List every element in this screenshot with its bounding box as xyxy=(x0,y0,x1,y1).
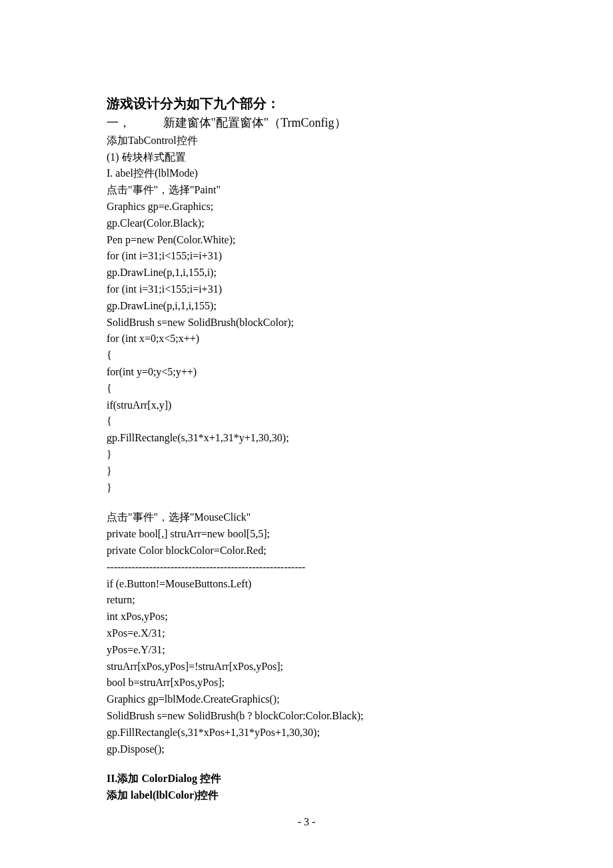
text-line: 添加 label(lblColor)控件 xyxy=(107,787,506,804)
code-line: return; xyxy=(107,592,506,609)
code-line: gp.Dispose(); xyxy=(107,741,506,758)
text-line: II.添加 ColorDialog 控件 xyxy=(107,771,506,787)
text-line: 点击"事件"，选择"Paint" xyxy=(107,182,506,199)
code-line: if (e.Button!=MouseButtons.Left) xyxy=(107,576,506,593)
code-line: SolidBrush s=new SolidBrush(b ? blockCol… xyxy=(107,708,506,725)
code-line: Graphics gp=lblMode.CreateGraphics(); xyxy=(107,691,506,708)
code-line: xPos=e.X/31; xyxy=(107,625,506,642)
document-page: 游戏设计分为如下九个部分： 一， 新建窗体"配置窗体"（TrmConfig） 添… xyxy=(0,0,613,804)
code-line: if(struArr[x,y]) xyxy=(107,397,506,414)
code-line: SolidBrush s=new SolidBrush(blockColor); xyxy=(107,315,506,331)
code-line: gp.FillRectangle(s,31*x+1,31*y+1,30,30); xyxy=(107,430,506,447)
text-line: I. abel控件(lblMode) xyxy=(107,165,506,182)
code-line: } xyxy=(107,463,506,480)
code-line: Graphics gp=e.Graphics; xyxy=(107,199,506,215)
code-line: private bool[,] struArr=new bool[5,5]; xyxy=(107,526,506,543)
code-line: yPos=e.Y/31; xyxy=(107,642,506,659)
code-line: } xyxy=(107,480,506,497)
page-number: - 3 - xyxy=(0,816,613,828)
code-line: for (int i=31;i<155;i=i+31) xyxy=(107,248,506,265)
code-line: } xyxy=(107,447,506,463)
code-line: struArr[xPos,yPos]=!struArr[xPos,yPos]; xyxy=(107,659,506,675)
code-line: { xyxy=(107,347,506,364)
code-line: gp.FillRectangle(s,31*xPos+1,31*yPos+1,3… xyxy=(107,725,506,741)
text-line: 添加TabControl控件 xyxy=(107,133,506,149)
spacer xyxy=(107,757,506,771)
code-line: for (int x=0;x<5;x++) xyxy=(107,331,506,347)
code-line: private Color blockColor=Color.Red; xyxy=(107,543,506,559)
code-line: ----------------------------------------… xyxy=(107,559,506,576)
section-text: 新建窗体"配置窗体"（TrmConfig） xyxy=(163,116,346,129)
text-line: (1) 砖块样式配置 xyxy=(107,149,506,166)
text-line: 点击"事件"，选择"MouseClick" xyxy=(107,509,506,526)
code-line: Pen p=new Pen(Color.White); xyxy=(107,232,506,249)
code-line: for(int y=0;y<5;y++) xyxy=(107,364,506,381)
code-line: for (int i=31;i<155;i=i+31) xyxy=(107,281,506,298)
code-line: gp.Clear(Color.Black); xyxy=(107,215,506,232)
spacer xyxy=(107,496,506,509)
code-line: { xyxy=(107,413,506,430)
section-heading: 一， 新建窗体"配置窗体"（TrmConfig） xyxy=(107,114,506,133)
code-line: { xyxy=(107,381,506,397)
code-line: gp.DrawLine(p,1,i,155,i); xyxy=(107,265,506,281)
code-line: bool b=struArr[xPos,yPos]; xyxy=(107,675,506,691)
section-number: 一， xyxy=(107,114,160,133)
code-line: int xPos,yPos; xyxy=(107,609,506,625)
code-line: gp.DrawLine(p,i,1,i,155); xyxy=(107,298,506,315)
page-title: 游戏设计分为如下九个部分： xyxy=(107,93,506,114)
